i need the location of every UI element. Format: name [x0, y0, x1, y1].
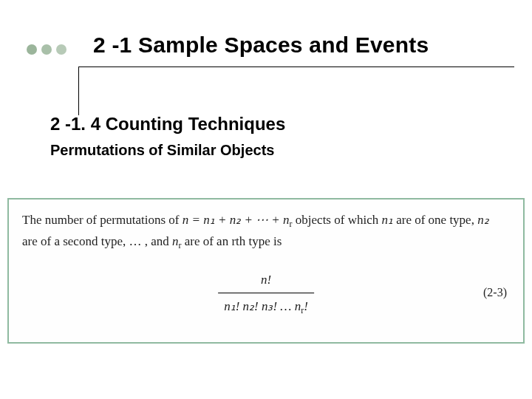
section-topic: Permutations of Similar Objects	[50, 142, 274, 159]
theorem-text: The number of permutations of n = n₁ + n…	[22, 210, 495, 253]
theorem-line1-mid: objects of which	[293, 213, 382, 227]
header-vertical-rule	[78, 66, 79, 115]
fraction-denominator-end: !	[304, 299, 308, 313]
theorem-eq-main: n = n₁ + n₂ + ⋯ + n	[183, 213, 290, 227]
header-bullets	[27, 44, 66, 55]
fraction-denominator-main: n₁! n₂! n₃! … n	[224, 299, 301, 313]
fraction-numerator: n!	[218, 270, 314, 291]
bullet-icon	[27, 44, 37, 55]
fraction-line	[218, 293, 314, 293]
fraction-denominator: n₁! n₂! n₃! … nr!	[218, 295, 314, 318]
equation-number: (2-3)	[483, 283, 507, 302]
theorem-n1: n₁	[381, 213, 393, 227]
theorem-line1-post: are of	[393, 213, 429, 227]
theorem-line2-pre: one type,	[429, 213, 478, 227]
formula-wrap: n! n₁! n₂! n₃! … nr! (2-3)	[22, 270, 510, 321]
theorem-line2-mid: are of a second type, … , and	[22, 234, 172, 248]
theorem-nr: nr	[172, 234, 181, 248]
bullet-icon	[56, 44, 66, 55]
theorem-line1-pre: The number of permutations of	[22, 213, 183, 227]
theorem-n2: n₂	[477, 213, 489, 227]
theorem-line1-eq: n = n₁ + n₂ + ⋯ + nr	[183, 213, 293, 227]
bullet-icon	[41, 44, 52, 55]
formula-fraction: n! n₁! n₂! n₃! … nr!	[218, 270, 314, 318]
theorem-line2-post: are of an rth type is	[181, 234, 282, 248]
page-title: 2 -1 Sample Spaces and Events	[93, 33, 429, 58]
slide: 2 -1 Sample Spaces and Events 2 -1. 4 Co…	[0, 0, 532, 399]
section-subtitle: 2 -1. 4 Counting Techniques	[50, 114, 285, 134]
header-horizontal-rule	[78, 66, 514, 67]
theorem-box: The number of permutations of n = n₁ + n…	[7, 198, 525, 344]
